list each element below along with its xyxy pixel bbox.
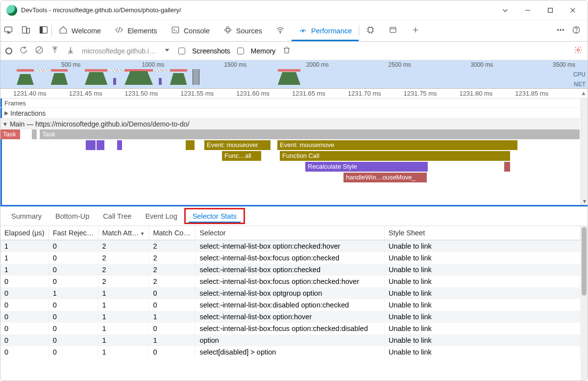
minimize-button[interactable] xyxy=(522,7,534,14)
reload-icon[interactable] xyxy=(19,46,28,56)
flame-bar-event[interactable]: Event: mouseover xyxy=(204,140,270,150)
trash-icon[interactable] xyxy=(282,46,291,56)
svg-point-43 xyxy=(577,49,580,51)
flame-bar-task[interactable]: Task xyxy=(40,129,580,139)
tab-performance[interactable]: Performance xyxy=(292,20,359,41)
table-row[interactable]: 0010select:-internal-list-box:focus opti… xyxy=(0,323,581,334)
col-fast-reject[interactable]: Fast Rejec… xyxy=(49,226,98,240)
more-icon[interactable] xyxy=(556,25,565,36)
interactions-row[interactable]: ▶ Interactions xyxy=(0,108,580,119)
sort-desc-icon: ▼ xyxy=(140,231,145,236)
col-match-att[interactable]: Match Att…▼ xyxy=(98,226,149,240)
tab-call-tree[interactable]: Call Tree xyxy=(96,206,138,226)
table-row[interactable]: 1022select:-internal-list-box:focus opti… xyxy=(0,252,581,264)
maximize-button[interactable] xyxy=(544,7,556,14)
col-match-co[interactable]: Match Co… xyxy=(149,226,196,240)
flame-bar-event[interactable]: Event: mousemove xyxy=(277,140,517,150)
svg-point-12 xyxy=(226,26,229,33)
svg-rect-26 xyxy=(390,27,396,33)
overview-timeline[interactable]: 500 ms 1000 ms 1500 ms 2000 ms 2500 ms 3… xyxy=(0,60,588,89)
table-row[interactable]: 0011optionUnable to link xyxy=(0,334,581,346)
col-stylesheet[interactable]: Style Sheet xyxy=(385,226,581,240)
wifi-icon xyxy=(276,25,285,36)
svg-point-32 xyxy=(563,29,564,30)
svg-rect-1 xyxy=(548,8,553,12)
chevron-down-icon[interactable] xyxy=(499,7,511,14)
table-row[interactable]: 1022select:-internal-list-box option:che… xyxy=(0,240,581,253)
overview-tick: 2500 ms xyxy=(389,61,411,68)
download-icon[interactable] xyxy=(66,46,75,56)
flame-bar-recalc[interactable]: Recalculate Style xyxy=(305,162,428,172)
table-row[interactable]: 0010select:-internal-list-box:disabled o… xyxy=(0,299,581,311)
tab-event-log[interactable]: Event Log xyxy=(138,206,184,226)
svg-rect-4 xyxy=(5,27,12,32)
tab-welcome[interactable]: Welcome xyxy=(52,20,108,41)
plus-icon xyxy=(411,25,420,36)
table-row[interactable]: 0010select[disabled] > optionUnable to l… xyxy=(0,346,581,358)
page-url: microsoftedge.github.i… xyxy=(82,47,156,55)
tab-selector-stats[interactable]: Selector Stats xyxy=(184,208,245,224)
clear-icon[interactable] xyxy=(35,46,44,56)
tab-summary[interactable]: Summary xyxy=(4,206,49,226)
record-button[interactable] xyxy=(5,48,12,54)
table-row[interactable]: 0022select:-internal-list-box:focus opti… xyxy=(0,276,581,287)
frames-row[interactable]: Frames xyxy=(0,99,580,108)
playhead[interactable] xyxy=(193,69,199,85)
flame-bar-handle[interactable]: handleWin…ouseMove_ xyxy=(343,173,427,182)
close-button[interactable] xyxy=(567,7,579,14)
tabbar: Welcome Elements Console Sources Perform… xyxy=(0,20,588,42)
memory-checkbox[interactable] xyxy=(237,48,244,54)
scrollbar-thumb[interactable] xyxy=(582,227,587,296)
home-icon xyxy=(59,25,68,36)
tab-welcome-label: Welcome xyxy=(72,27,101,35)
table-row[interactable]: 0011select:-internal-list-box option:hov… xyxy=(0,311,581,323)
flame-chart[interactable]: Task Task Event: mouseover Func…all Even… xyxy=(0,129,580,193)
tab-bottom-up[interactable]: Bottom-Up xyxy=(49,206,96,226)
device-toggle-icon[interactable] xyxy=(21,25,31,37)
scroll-up-icon[interactable]: ▲ xyxy=(581,90,587,97)
screenshots-checkbox[interactable] xyxy=(178,48,185,54)
overview-tick: 3500 ms xyxy=(553,61,575,68)
overview-tick: 1500 ms xyxy=(224,61,246,68)
col-selector[interactable]: Selector xyxy=(196,226,385,240)
tab-sources[interactable]: Sources xyxy=(217,20,269,41)
svg-rect-17 xyxy=(368,28,373,32)
dock-icon[interactable] xyxy=(39,25,49,37)
cpu-label: CPU xyxy=(573,71,586,78)
tab-elements-label: Elements xyxy=(127,27,157,35)
window-title: DevTools - microsoftedge.github.io/Demos… xyxy=(21,6,499,14)
table-row[interactable]: 0110select:-internal-list-box optgroup o… xyxy=(0,287,581,299)
svg-point-14 xyxy=(280,32,281,33)
detail-tabs: Summary Bottom-Up Call Tree Event Log Se… xyxy=(0,206,588,226)
flame-bar-task[interactable]: Task xyxy=(0,129,20,139)
col-elapsed[interactable]: Elapsed (μs) xyxy=(0,226,49,240)
help-icon[interactable] xyxy=(572,25,581,36)
flame-scrollbar[interactable]: ▼ xyxy=(581,99,588,205)
settings-icon[interactable] xyxy=(574,46,583,56)
svg-rect-5 xyxy=(23,26,26,33)
table-scrollbar[interactable]: ▲ xyxy=(581,226,588,381)
flame-bar-func[interactable]: Function Call xyxy=(280,151,510,161)
table-row[interactable]: 1022select:-internal-list-box option:che… xyxy=(0,264,581,276)
tab-add[interactable] xyxy=(404,20,427,41)
sources-icon xyxy=(223,25,232,36)
tab-console[interactable]: Console xyxy=(164,20,217,41)
inspect-icon[interactable] xyxy=(3,25,13,37)
svg-rect-10 xyxy=(172,27,179,33)
svg-point-34 xyxy=(576,31,576,32)
tab-console-label: Console xyxy=(184,27,210,35)
tab-memory-icon[interactable] xyxy=(359,20,382,41)
tab-application-icon[interactable] xyxy=(382,20,404,41)
chip-icon xyxy=(366,25,375,36)
tab-sources-label: Sources xyxy=(236,27,262,35)
tab-network-icon-only[interactable] xyxy=(269,20,292,41)
flame-bar-func[interactable]: Func…all xyxy=(222,151,261,161)
app-icon xyxy=(6,5,17,16)
dropdown-icon[interactable] xyxy=(163,46,172,56)
upload-icon[interactable] xyxy=(50,46,59,56)
tab-elements[interactable]: Elements xyxy=(108,20,164,41)
main-thread-row[interactable]: ▼ Main — https://microsoftedge.github.io… xyxy=(0,119,580,129)
svg-marker-41 xyxy=(165,49,169,51)
app-window-icon xyxy=(389,25,397,36)
console-icon xyxy=(171,25,180,36)
